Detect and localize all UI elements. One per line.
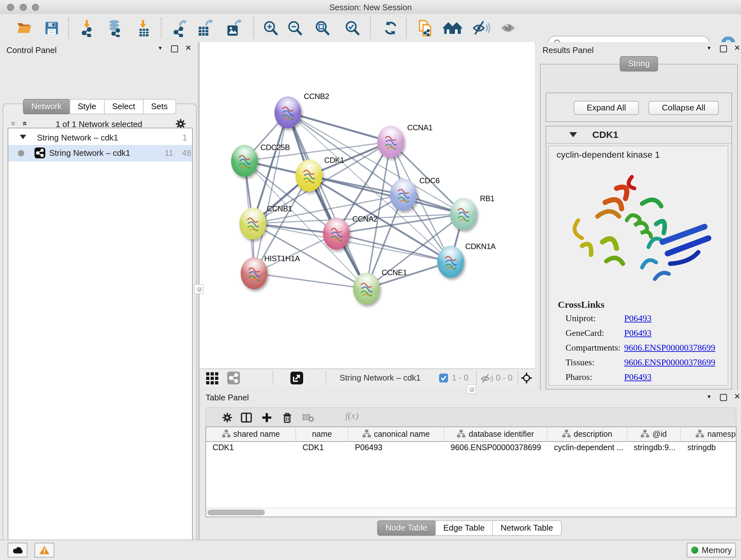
tab-network-table[interactable]: Network Table	[492, 520, 561, 536]
zoom-out-button[interactable]	[285, 18, 305, 38]
network-node-cdc6[interactable]	[390, 179, 417, 211]
import-table-icon	[135, 19, 151, 37]
tab-edge-table[interactable]: Edge Table	[435, 520, 493, 536]
network-collection-row[interactable]: String Network – cdk1 1	[8, 131, 192, 146]
crosslink-label: GeneCard:	[565, 328, 604, 338]
network-node-rb1[interactable]	[450, 198, 477, 230]
network-edge[interactable]	[254, 112, 288, 273]
expand-all-button[interactable]: Expand All	[574, 101, 639, 115]
zoom-fit-button[interactable]	[313, 18, 332, 38]
export-table-button[interactable]	[195, 18, 214, 38]
tab-network[interactable]: Network	[23, 99, 70, 114]
selected-checkbox-icon[interactable]	[439, 374, 448, 382]
network-node-hist1h1a[interactable]	[241, 257, 267, 289]
column-header-label: shared name	[233, 430, 280, 439]
import-network-from-database-button[interactable]	[105, 18, 125, 38]
network-node-ccnb2[interactable]	[274, 97, 301, 128]
crosshair-target-icon[interactable]	[520, 372, 533, 384]
network-canvas[interactable]: CCNB2CCNA1CDC25BCDK1CDC6RB1CCNB1CCNA2CDK…	[200, 42, 535, 368]
export-image-icon	[225, 19, 243, 37]
panel-float-icon[interactable]	[720, 45, 727, 52]
create-column-button[interactable]	[260, 411, 274, 424]
cloud-status-button[interactable]	[8, 543, 27, 557]
table-cell[interactable]: CDK1	[206, 441, 296, 455]
warnings-button[interactable]	[35, 543, 54, 557]
show-columns-button[interactable]	[239, 411, 253, 424]
apply-style-refresh-button[interactable]	[381, 18, 400, 38]
birds-eye-grid-icon[interactable]	[206, 372, 218, 384]
table-cell[interactable]: stringdb:9...	[627, 441, 681, 455]
table-cell[interactable]: P06493	[348, 441, 444, 455]
hide-selected-button[interactable]	[472, 18, 491, 38]
splitter-handle[interactable]	[467, 384, 476, 394]
memory-button[interactable]: Memory	[687, 543, 736, 557]
tab-style[interactable]: Style	[69, 99, 105, 114]
import-table-button[interactable]	[133, 18, 152, 38]
column-header-@id[interactable]: @id	[627, 427, 681, 441]
network-type-icon	[35, 147, 45, 159]
collapse-all-button[interactable]: Collapse All	[649, 101, 719, 115]
tab-select[interactable]: Select	[104, 99, 143, 114]
panel-collapse-icon[interactable]	[156, 44, 165, 52]
network-edges	[200, 42, 535, 368]
network-list-row-selected[interactable]: String Network – cdk1 11 48	[8, 145, 192, 162]
open-in-window-icon[interactable]	[290, 372, 303, 384]
column-header-name[interactable]: name	[296, 427, 348, 441]
crosslink-label: Pharos:	[565, 372, 592, 382]
toolbar-separator	[326, 371, 326, 385]
column-header-namespace[interactable]: namespace	[681, 427, 737, 441]
panel-float-icon[interactable]	[720, 394, 727, 401]
collection-expander-icon[interactable]	[20, 135, 26, 139]
export-network-button[interactable]	[170, 18, 189, 38]
network-share-icon[interactable]	[227, 372, 240, 384]
open-session-button[interactable]	[15, 18, 34, 38]
panel-float-icon[interactable]	[171, 45, 178, 52]
first-neighbors-button[interactable]	[443, 18, 462, 38]
tab-sets[interactable]: Sets	[143, 99, 176, 114]
crosslink-link[interactable]: P06493	[624, 372, 652, 382]
tab-node-table[interactable]: Node Table	[377, 520, 435, 536]
table-options-button[interactable]	[220, 411, 234, 424]
crosslink-link[interactable]: P06493	[624, 314, 652, 324]
panel-close-icon[interactable]	[184, 44, 193, 52]
import-network-button[interactable]	[77, 18, 96, 38]
table-horizontal-scrollbar[interactable]	[206, 508, 736, 516]
table-row[interactable]: CDK1CDK1P064939606.ENSP00000378699cyclin…	[206, 441, 737, 455]
panel-collapse-icon[interactable]	[704, 44, 714, 52]
column-header-shared-name[interactable]: shared name	[206, 427, 296, 441]
panel-close-icon[interactable]	[733, 393, 741, 400]
network-node-cdc25b[interactable]	[231, 145, 258, 177]
zoom-selected-button[interactable]	[343, 18, 362, 38]
show-all-button[interactable]	[498, 18, 518, 38]
save-session-button[interactable]	[42, 18, 61, 38]
crosslink-link[interactable]: 9606.ENSP00000378699	[624, 358, 715, 368]
scrollbar-thumb[interactable]	[207, 509, 265, 515]
network-node-ccnb1[interactable]	[239, 207, 266, 240]
panel-close-icon[interactable]	[733, 44, 741, 52]
column-header-canonical-name[interactable]: canonical name	[348, 427, 444, 441]
table-cell[interactable]: stringdb	[681, 441, 737, 455]
table-cell[interactable]: 9606.ENSP00000378699	[444, 441, 548, 455]
network-node-cdkn1a[interactable]	[437, 246, 464, 278]
panel-collapse-icon[interactable]	[704, 393, 714, 400]
table-cell[interactable]: cyclin-dependent ...	[548, 441, 627, 455]
results-panel-tab: String	[620, 56, 658, 71]
entry-expander-icon[interactable]	[569, 132, 577, 137]
splitter-handle[interactable]	[194, 284, 204, 294]
delete-column-button[interactable]	[280, 411, 294, 424]
zoom-in-button[interactable]	[261, 18, 280, 38]
export-image-button[interactable]	[224, 18, 243, 38]
table-cell[interactable]: CDK1	[296, 441, 348, 455]
clone-network-button[interactable]	[415, 18, 434, 38]
node-entry-header[interactable]: CDK1	[546, 126, 731, 144]
network-node-cdk1[interactable]	[295, 160, 322, 192]
network-node-ccne1[interactable]	[353, 273, 380, 305]
network-edge[interactable]	[254, 273, 366, 289]
network-node-ccna1[interactable]	[377, 126, 404, 158]
tab-string[interactable]: String	[620, 56, 658, 71]
network-node-ccna2[interactable]	[323, 218, 350, 250]
crosslink-link[interactable]: 9606.ENSP00000378699	[624, 343, 715, 353]
column-header-database-identifier[interactable]: database identifier	[444, 427, 548, 441]
column-header-description[interactable]: description	[548, 427, 627, 441]
crosslink-link[interactable]: P06493	[624, 328, 652, 338]
